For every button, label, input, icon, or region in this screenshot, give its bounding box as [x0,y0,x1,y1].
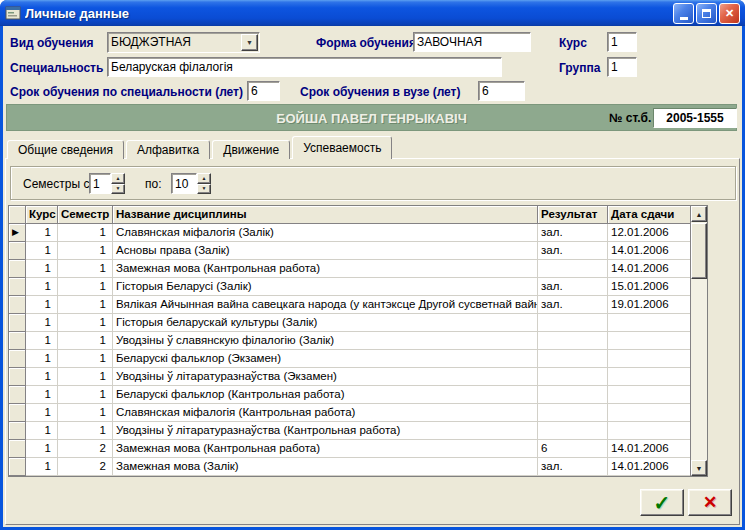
row-selector[interactable] [9,260,26,278]
cell-kurs[interactable]: 1 [26,440,58,458]
cell-name[interactable]: Уводзіны ў літаратуразнаўства (Экзамен) [113,368,538,386]
row-selector[interactable] [9,242,26,260]
spin-up-button[interactable]: ▲ [111,173,125,184]
srok-spec-field[interactable]: 6 [247,81,280,101]
row-selector[interactable] [9,314,26,332]
table-row[interactable]: 11Асновы права (Залік)зал.14.01.2006 [9,242,690,260]
cell-date[interactable]: 14.01.2006 [608,260,692,278]
cell-result[interactable] [538,368,608,386]
row-selector[interactable] [9,332,26,350]
forma-obucheniya-field[interactable]: ЗАВОЧНАЯ [413,32,531,52]
cell-name[interactable]: Славянская міфалогія (Залік) [113,224,538,242]
student-book-number-field[interactable]: 2005-1555 [653,108,737,128]
tab-alfavitka[interactable]: Алфавитка [126,140,210,159]
spin-down-button[interactable]: ▼ [197,184,211,195]
cell-semestr[interactable]: 1 [58,314,113,332]
srok-vuz-field[interactable]: 6 [478,81,525,101]
cell-kurs[interactable]: 1 [26,350,58,368]
row-selector[interactable] [9,368,26,386]
cell-kurs[interactable]: 1 [26,260,58,278]
cell-result[interactable]: зал. [538,224,608,242]
column-header-date[interactable]: Дата сдачи [608,206,692,224]
cell-date[interactable] [608,368,692,386]
cell-result[interactable] [538,332,608,350]
cell-kurs[interactable]: 1 [26,242,58,260]
scroll-up-button[interactable]: ▲ [691,206,707,222]
cell-date[interactable]: 14.01.2006 [608,440,692,458]
table-row[interactable]: 11Замежная мова (Кантрольная работа)14.0… [9,260,690,278]
tab-uspevaemost[interactable]: Успеваемость [292,136,392,159]
cell-result[interactable] [538,422,608,440]
table-row[interactable]: 11Беларускі фальклор (Экзамен) [9,350,690,368]
cell-result[interactable]: зал. [538,278,608,296]
spin-up-button[interactable]: ▲ [197,173,211,184]
table-scrollbar[interactable]: ▲ ▼ [690,206,707,476]
cell-semestr[interactable]: 1 [58,386,113,404]
cell-kurs[interactable]: 1 [26,422,58,440]
cell-semestr[interactable]: 1 [58,332,113,350]
cell-name[interactable]: Замежная мова (Кантрольная работа) [113,260,538,278]
cell-semestr[interactable]: 1 [58,260,113,278]
cell-kurs[interactable]: 1 [26,224,58,242]
cell-name[interactable]: Беларускі фальклор (Кантрольная работа) [113,386,538,404]
cell-result[interactable] [538,386,608,404]
kurs-field[interactable]: 1 [607,32,637,52]
column-header-semestr[interactable]: Семестр [58,206,113,224]
cell-kurs[interactable]: 1 [26,332,58,350]
cell-semestr[interactable]: 1 [58,350,113,368]
cell-semestr[interactable]: 2 [58,440,113,458]
vid-obucheniya-combo[interactable]: БЮДЖЭТНАЯ ▼ [107,32,260,53]
spetsialnost-field[interactable]: Беларуская філалогія [107,57,502,77]
table-row[interactable]: ▶11Славянская міфалогія (Залік)зал.12.01… [9,224,690,242]
current-row-marker[interactable]: ▶ [9,224,26,242]
table-row[interactable]: 11Гісторыя беларускай культуры (Залік) [9,314,690,332]
table-row[interactable]: 12Замежная мова (Залік)зал.14.01.2006 [9,458,690,476]
cell-name[interactable]: Беларускі фальклор (Экзамен) [113,350,538,368]
cell-semestr[interactable]: 1 [58,368,113,386]
semester-to-spinner[interactable]: 10 ▲ ▼ [171,173,211,194]
cell-date[interactable] [608,332,692,350]
cell-semestr[interactable]: 1 [58,224,113,242]
scroll-down-button[interactable]: ▼ [691,460,707,476]
cell-date[interactable] [608,314,692,332]
minimize-button[interactable] [673,3,694,24]
cell-date[interactable]: 14.01.2006 [608,242,692,260]
scroll-thumb[interactable] [691,223,707,279]
cell-date[interactable]: 19.01.2006 [608,296,692,314]
cell-result[interactable]: зал. [538,458,608,476]
row-selector[interactable] [9,422,26,440]
cell-kurs[interactable]: 1 [26,278,58,296]
spin-down-button[interactable]: ▼ [111,184,125,195]
cell-result[interactable] [538,404,608,422]
cell-result[interactable] [538,314,608,332]
title-bar[interactable]: Личные данные ✕ [0,0,745,26]
cell-date[interactable]: 15.01.2006 [608,278,692,296]
cell-kurs[interactable]: 1 [26,458,58,476]
cell-kurs[interactable]: 1 [26,404,58,422]
row-selector[interactable] [9,404,26,422]
row-selector[interactable] [9,350,26,368]
table-row[interactable]: 11Гісторыя Беларусі (Залік)зал.15.01.200… [9,278,690,296]
cell-result[interactable]: 6 [538,440,608,458]
table-row[interactable]: 12Замежная мова (Кантрольная работа)614.… [9,440,690,458]
cell-date[interactable]: 14.01.2006 [608,458,692,476]
row-selector[interactable] [9,440,26,458]
row-selector[interactable] [9,296,26,314]
row-selector[interactable] [9,278,26,296]
column-header-discipline[interactable]: Название дисциплины [113,206,538,224]
cell-name[interactable]: Уводзіны ў славянскую філалогію (Залік) [113,332,538,350]
table-row[interactable]: 11Вялікая Айчынная вайна савецкага народ… [9,296,690,314]
cell-semestr[interactable]: 1 [58,422,113,440]
maximize-button[interactable] [696,3,717,24]
table-row[interactable]: 11Беларускі фальклор (Кантрольная работа… [9,386,690,404]
semester-from-value[interactable]: 1 [89,173,111,194]
cell-date[interactable]: 12.01.2006 [608,224,692,242]
cancel-button[interactable]: ✕ [688,489,732,516]
cell-name[interactable]: Асновы права (Залік) [113,242,538,260]
column-header-result[interactable]: Результат [538,206,608,224]
tab-dvizhenie[interactable]: Движение [212,140,290,159]
cell-kurs[interactable]: 1 [26,314,58,332]
cell-semestr[interactable]: 1 [58,242,113,260]
table-row[interactable]: 11Уводзіны ў літаратуразнаўства (Экзамен… [9,368,690,386]
cell-name[interactable]: Замежная мова (Кантрольная работа) [113,440,538,458]
